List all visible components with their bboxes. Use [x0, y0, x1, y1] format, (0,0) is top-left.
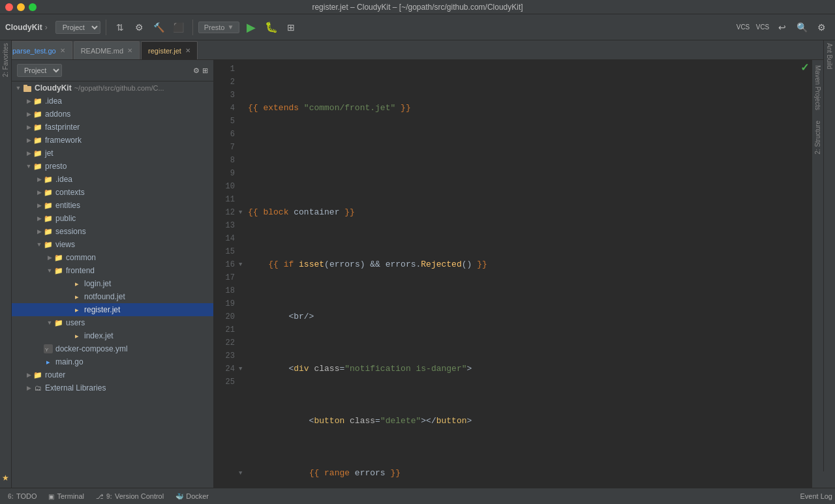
- fold-arrow-6[interactable]: ▼: [239, 363, 242, 376]
- tree-item-sessions[interactable]: ▶ 📁 sessions: [12, 225, 213, 238]
- vcs-button-1[interactable]: VCS: [735, 19, 752, 36]
- tree-item-main-go[interactable]: ▶ ▸ main.go: [12, 355, 213, 368]
- tree-item-notfound-jet[interactable]: ▶ ▸ notfound.jet: [12, 290, 213, 303]
- terminal-icon: ▣: [48, 493, 54, 500]
- maximize-button[interactable]: [29, 3, 37, 11]
- code-editor[interactable]: 1 2 3 4 5 6 7 8 9 10 11 12 13 14 15 16 1…: [214, 60, 812, 488]
- code-line-5: <br/>: [248, 310, 812, 323]
- idea-arrow[interactable]: ▶: [25, 97, 33, 105]
- tree-item-entities[interactable]: ▶ 📁 entities: [12, 199, 213, 212]
- code-line-6: ▼ <div class="notification is-danger">: [248, 363, 812, 376]
- tab-parse-test[interactable]: parse_test.go ✕: [5, 41, 72, 59]
- close-button[interactable]: [5, 3, 13, 11]
- tab-readme-close[interactable]: ✕: [127, 47, 132, 54]
- presto-idea-arrow[interactable]: ▶: [35, 175, 43, 183]
- tree-item-login-jet[interactable]: ▶ ▸ login.jet: [12, 277, 213, 290]
- code-line-8: ▼ {{ range errors }}: [248, 467, 812, 480]
- find-button[interactable]: 🔍: [793, 19, 810, 36]
- sync-button[interactable]: ⇅: [112, 19, 129, 36]
- tree-item-presto[interactable]: ▼ 📁 presto: [12, 160, 213, 173]
- code-line-2: [248, 154, 812, 167]
- debug-button[interactable]: 🐛: [263, 19, 280, 36]
- entities-arrow[interactable]: ▶: [35, 201, 43, 209]
- bottom-tab-todo[interactable]: 6: TODO: [3, 489, 42, 503]
- tab-readme-label: README.md: [81, 47, 123, 55]
- contexts-arrow[interactable]: ▶: [35, 188, 43, 196]
- root-expand-arrow[interactable]: ▼: [14, 84, 22, 92]
- project-selector[interactable]: Project: [55, 21, 100, 34]
- tree-item-common[interactable]: ▶ 📁 common: [12, 251, 213, 264]
- tree-item-views[interactable]: ▼ 📁 views: [12, 238, 213, 251]
- minimize-button[interactable]: [17, 3, 25, 11]
- build-button[interactable]: 🔨: [151, 19, 168, 36]
- settings-button[interactable]: ⚙: [131, 19, 148, 36]
- run-config-chevron: ▼: [227, 23, 234, 31]
- tab-register[interactable]: register.jet ✕: [141, 41, 198, 59]
- code-line-1: {{ extends "common/front.jet" }}: [248, 102, 812, 115]
- public-label: public: [55, 214, 76, 223]
- sidebar-expand-icon[interactable]: ⊞: [202, 67, 208, 75]
- bottom-tab-version-control[interactable]: ⎇ 9: Version Control: [91, 489, 169, 503]
- tree-item-public[interactable]: ▶ 📁 public: [12, 212, 213, 225]
- tree-item-fastprinter[interactable]: ▶ 📁 fastprinter: [12, 121, 213, 134]
- router-arrow[interactable]: ▶: [25, 371, 33, 379]
- line-num-22: 22: [214, 336, 235, 349]
- run-coverage-button[interactable]: ⊞: [282, 19, 299, 36]
- frontend-folder-icon: 📁: [53, 265, 64, 276]
- tab-readme[interactable]: README.md ✕: [74, 41, 140, 59]
- structure-label[interactable]: 2: Structure: [813, 118, 823, 157]
- stop-button[interactable]: ⬛: [170, 19, 187, 36]
- run-config-label: Presto: [204, 23, 225, 31]
- jet-arrow[interactable]: ▶: [25, 149, 33, 157]
- tree-item-users[interactable]: ▼ 📁 users: [12, 316, 213, 329]
- addons-arrow[interactable]: ▶: [25, 110, 33, 118]
- external-libs-arrow[interactable]: ▶: [25, 384, 33, 392]
- fold-arrow-3[interactable]: ▼: [239, 206, 242, 219]
- line-num-21: 21: [214, 323, 235, 336]
- code-content[interactable]: {{ extends "common/front.jet" }} ▼ {{ bl…: [240, 60, 812, 488]
- tree-item-presto-idea[interactable]: ▶ 📁 .idea: [12, 173, 213, 186]
- common-arrow[interactable]: ▶: [46, 254, 53, 261]
- fold-arrow-4[interactable]: ▼: [239, 258, 242, 271]
- tree-item-external-libs[interactable]: ▶ 🗂 External Libraries: [12, 381, 213, 394]
- run-config-selector[interactable]: Presto ▼: [198, 22, 240, 33]
- fold-arrow-8[interactable]: ▼: [239, 467, 242, 480]
- vcs-button-2[interactable]: VCS: [754, 19, 771, 36]
- sessions-arrow[interactable]: ▶: [35, 228, 43, 235]
- sidebar-settings-icon[interactable]: ⚙: [193, 67, 200, 75]
- history-button[interactable]: ↩: [774, 19, 791, 36]
- tree-item-router[interactable]: ▶ 📁 router: [12, 368, 213, 381]
- tree-root[interactable]: ▼ CloudyKit ~/gopath/src/github.com/C...: [12, 82, 213, 95]
- public-arrow[interactable]: ▶: [35, 215, 43, 222]
- tree-item-register-jet[interactable]: ▶ ▸ register.jet: [12, 303, 213, 316]
- fastprinter-arrow[interactable]: ▶: [25, 123, 33, 131]
- tree-item-frontend[interactable]: ▼ 📁 frontend: [12, 264, 213, 277]
- sidebar-project-selector[interactable]: Project: [17, 64, 62, 77]
- tree-item-index-jet[interactable]: ▶ ▸ index.jet: [12, 329, 213, 342]
- frontend-arrow[interactable]: ▼: [46, 267, 53, 274]
- bottom-tab-terminal[interactable]: ▣ Terminal: [43, 489, 89, 503]
- line-num-4: 4: [214, 102, 235, 115]
- favorites-label[interactable]: 2: Favorites: [1, 40, 10, 80]
- tree-item-docker-compose[interactable]: ▶ Y docker-compose.yml: [12, 342, 213, 355]
- tree-item-idea[interactable]: ▶ 📁 .idea: [12, 95, 213, 108]
- editor-area: 1 2 3 4 5 6 7 8 9 10 11 12 13 14 15 16 1…: [214, 60, 812, 488]
- run-button[interactable]: ▶: [242, 18, 260, 37]
- bottom-tab-docker[interactable]: 🐳 Docker: [170, 489, 214, 503]
- presto-arrow[interactable]: ▼: [25, 162, 33, 170]
- tab-register-close[interactable]: ✕: [185, 47, 190, 54]
- tree-item-contexts[interactable]: ▶ 📁 contexts: [12, 186, 213, 199]
- tree-item-framework[interactable]: ▶ 📁 framework: [12, 134, 213, 147]
- ant-build-label[interactable]: Ant Build: [825, 40, 834, 72]
- tab-parse-test-close[interactable]: ✕: [60, 47, 65, 54]
- views-arrow[interactable]: ▼: [35, 241, 43, 248]
- settings-gear[interactable]: ⚙: [813, 19, 830, 36]
- event-log-label[interactable]: Event Log: [800, 492, 832, 500]
- maven-projects-label[interactable]: Maven Projects: [813, 63, 823, 113]
- line-num-12: 12: [214, 206, 235, 219]
- tree-item-jet[interactable]: ▶ 📁 jet: [12, 147, 213, 160]
- users-arrow[interactable]: ▼: [46, 319, 53, 327]
- framework-arrow[interactable]: ▶: [25, 136, 33, 144]
- line-num-18: 18: [214, 284, 235, 297]
- tree-item-addons[interactable]: ▶ 📁 addons: [12, 108, 213, 121]
